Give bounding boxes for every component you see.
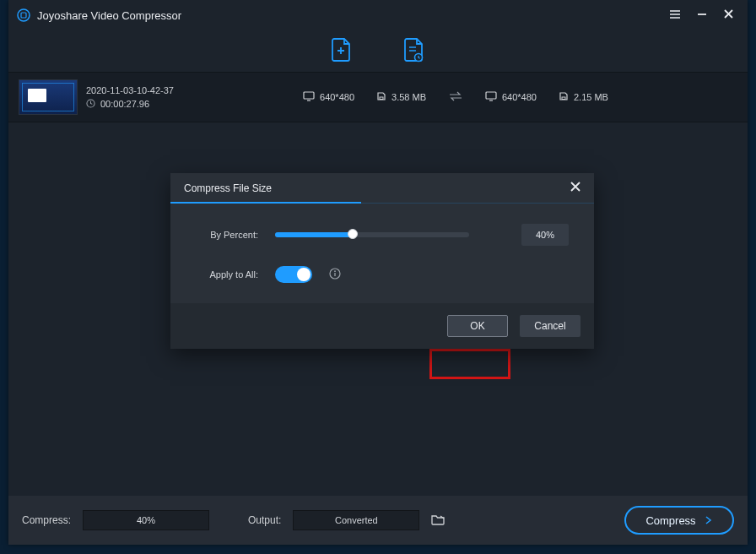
svg-rect-4: [304, 92, 314, 99]
file-info: 2020-11-03-10-42-37 00:00:27.96: [86, 85, 174, 110]
file-row: 2020-11-03-10-42-37 00:00:27.96 640*480 …: [8, 73, 748, 122]
svg-point-0: [18, 9, 30, 21]
output-label: Output:: [248, 514, 281, 526]
disk-icon: [376, 91, 386, 103]
percent-slider[interactable]: [275, 232, 469, 237]
svg-rect-6: [486, 92, 496, 99]
bottom-bar: Compress: 40% Output: Converted Compress: [8, 496, 748, 545]
source-size: 3.58 MB: [392, 92, 426, 102]
compress-label: Compress:: [22, 514, 71, 526]
slider-knob[interactable]: [348, 229, 358, 239]
top-toolbar: [8, 30, 748, 73]
by-percent-label: By Percent:: [191, 230, 258, 240]
modal-title: Compress File Size: [184, 182, 272, 194]
svg-point-9: [334, 270, 336, 272]
modal-close-icon[interactable]: [570, 182, 580, 194]
app-logo-icon: [17, 8, 30, 22]
target-size: 2.15 MB: [574, 92, 608, 102]
window-controls: [669, 8, 739, 23]
disk-icon: [559, 91, 569, 103]
monitor-icon: [303, 91, 315, 103]
target-resolution: 640*480: [502, 92, 537, 102]
clock-icon: [86, 99, 95, 110]
modal-body: By Percent: 40% Apply to All:: [170, 204, 594, 303]
monitor-icon: [485, 91, 497, 103]
content-area: Compress File Size By Percent: 40% Apply: [8, 122, 748, 496]
close-icon[interactable]: [723, 8, 734, 23]
annotation-highlight: [429, 349, 510, 379]
compress-button-label: Compress: [645, 514, 695, 527]
compress-modal: Compress File Size By Percent: 40% Apply: [170, 173, 594, 349]
cancel-button[interactable]: Cancel: [520, 315, 580, 337]
modal-header: Compress File Size: [170, 173, 594, 204]
info-icon[interactable]: [329, 268, 341, 282]
app-window: Joyoshare Video Compressor 2020-11-03-10…: [8, 0, 748, 545]
modal-footer: OK Cancel: [170, 303, 594, 349]
open-folder-icon[interactable]: [431, 513, 445, 528]
add-file-icon[interactable]: [331, 37, 353, 65]
svg-rect-5: [380, 97, 383, 100]
ok-button[interactable]: OK: [447, 315, 508, 337]
source-resolution: 640*480: [320, 92, 354, 102]
chevron-right-icon: [703, 515, 713, 525]
svg-rect-1: [21, 13, 26, 18]
percent-value-box[interactable]: 40%: [521, 224, 569, 246]
file-duration: 00:00:27.96: [100, 99, 149, 109]
svg-rect-7: [562, 97, 565, 100]
file-name: 2020-11-03-10-42-37: [86, 85, 174, 95]
compress-button[interactable]: Compress: [624, 506, 734, 535]
minimize-icon[interactable]: [696, 8, 708, 23]
file-metrics: 640*480 3.58 MB 640*480 2.15 MB: [174, 91, 737, 103]
video-thumbnail[interactable]: [19, 79, 78, 115]
history-file-icon[interactable]: [403, 37, 425, 65]
apply-all-label: Apply to All:: [191, 269, 258, 280]
output-value-box[interactable]: Converted: [293, 510, 419, 530]
menu-icon[interactable]: [669, 8, 681, 23]
title-bar: Joyoshare Video Compressor: [8, 0, 748, 30]
apply-all-toggle[interactable]: [275, 266, 312, 283]
app-title: Joyoshare Video Compressor: [37, 9, 669, 22]
compress-value-box[interactable]: 40%: [83, 510, 209, 530]
convert-arrow-icon: [448, 91, 463, 103]
